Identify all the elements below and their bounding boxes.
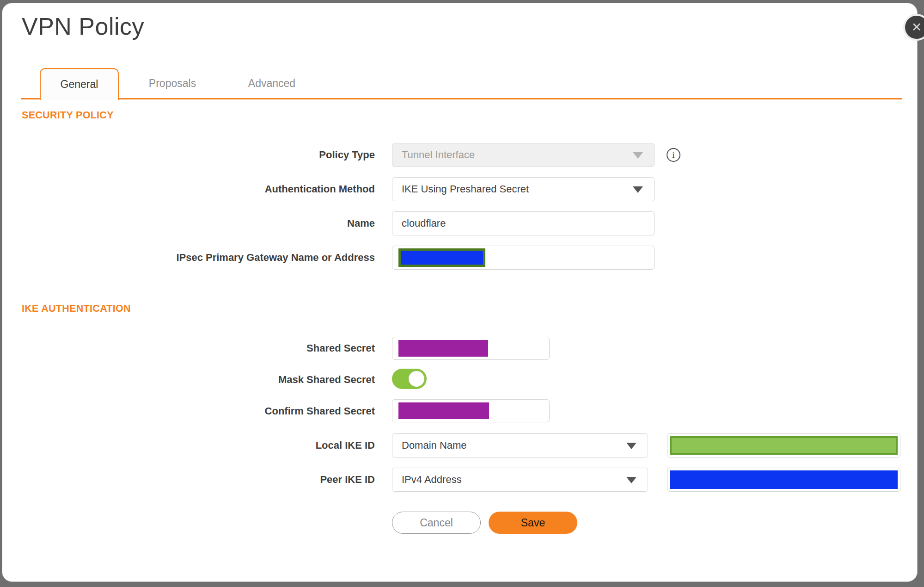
name-input[interactable]: cloudflare bbox=[392, 211, 655, 235]
save-button[interactable]: Save bbox=[489, 512, 577, 534]
chevron-down-icon bbox=[626, 443, 636, 449]
peer-ike-id-label: Peer IKE ID bbox=[2, 474, 375, 486]
chevron-down-icon bbox=[626, 477, 636, 483]
cancel-button-label: Cancel bbox=[420, 517, 453, 529]
save-button-label: Save bbox=[521, 517, 545, 529]
shared-secret-redaction-box bbox=[398, 340, 488, 357]
confirm-shared-secret-label: Confirm Shared Secret bbox=[2, 405, 375, 417]
tab-advanced-label: Advanced bbox=[248, 77, 295, 90]
chevron-down-icon bbox=[633, 186, 643, 193]
tab-general[interactable]: General bbox=[40, 68, 119, 100]
section-heading-ike-authentication: IKE AUTHENTICATION bbox=[22, 303, 131, 315]
dialog-title: VPN Policy bbox=[22, 12, 144, 40]
shared-secret-label: Shared Secret bbox=[2, 342, 375, 354]
local-ike-id-label: Local IKE ID bbox=[2, 439, 375, 451]
gateway-label: IPsec Primary Gateway Name or Address bbox=[2, 252, 375, 264]
local-ike-id-select[interactable]: Domain Name bbox=[392, 433, 648, 457]
confirm-shared-secret-redaction-box bbox=[398, 402, 489, 419]
peer-ike-id-select[interactable]: IPv4 Address bbox=[392, 468, 648, 492]
local-ike-id-value: Domain Name bbox=[402, 439, 467, 451]
policy-type-label: Policy Type bbox=[2, 149, 375, 161]
tab-advanced[interactable]: Advanced bbox=[233, 68, 311, 99]
policy-type-value: Tunnel Interface bbox=[402, 149, 475, 161]
tab-proposals[interactable]: Proposals bbox=[133, 68, 212, 99]
peer-ike-id-redaction-box bbox=[670, 470, 898, 489]
toggle-knob bbox=[408, 371, 425, 387]
gateway-redaction-box bbox=[398, 248, 485, 267]
vpn-policy-dialog: VPN Policy General Proposals Advanced SE… bbox=[2, 3, 918, 582]
policy-type-select: Tunnel Interface bbox=[392, 143, 655, 167]
chevron-down-icon bbox=[633, 152, 643, 159]
info-icon-glyph: i bbox=[672, 150, 674, 160]
local-ike-id-redaction-box bbox=[670, 436, 898, 455]
tab-general-label: General bbox=[61, 78, 98, 91]
peer-ike-id-value: IPv4 Address bbox=[402, 474, 462, 486]
cancel-button[interactable]: Cancel bbox=[392, 512, 481, 534]
authentication-method-value: IKE Using Preshared Secret bbox=[402, 183, 529, 195]
section-heading-security-policy: SECURITY POLICY bbox=[22, 110, 114, 121]
name-input-value: cloudflare bbox=[402, 217, 446, 229]
authentication-method-select[interactable]: IKE Using Preshared Secret bbox=[392, 177, 655, 201]
tab-proposals-label: Proposals bbox=[149, 77, 196, 90]
name-label: Name bbox=[2, 217, 375, 229]
authentication-method-label: Authentication Method bbox=[2, 183, 375, 195]
close-icon: ✕ bbox=[912, 21, 922, 34]
mask-shared-secret-label: Mask Shared Secret bbox=[2, 374, 375, 386]
mask-shared-secret-toggle[interactable] bbox=[392, 369, 427, 389]
info-icon[interactable]: i bbox=[667, 148, 680, 162]
